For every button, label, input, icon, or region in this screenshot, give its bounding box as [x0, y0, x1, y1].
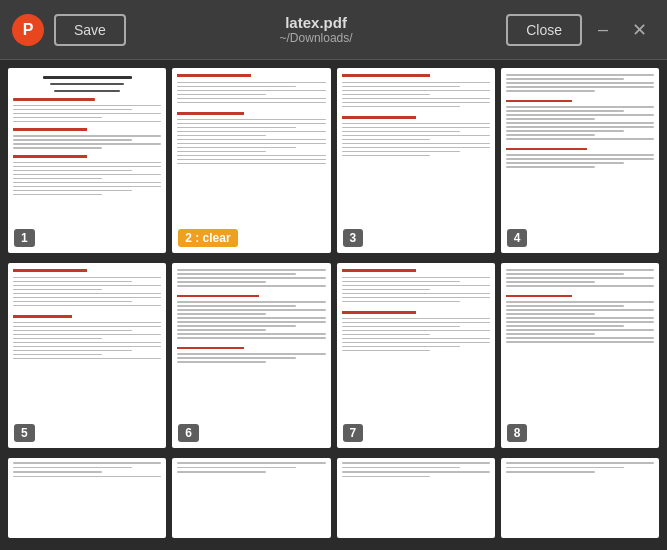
- pages-grid: 1 2 : clear: [0, 60, 667, 550]
- page-thumb[interactable]: 5: [8, 263, 166, 448]
- titlebar-right: Close – ✕: [506, 14, 655, 46]
- page-thumb[interactable]: 7: [337, 263, 495, 448]
- page-thumb[interactable]: 1: [8, 68, 166, 253]
- minimize-button[interactable]: –: [590, 15, 616, 44]
- app-logo: P: [12, 14, 44, 46]
- page-thumb[interactable]: 4: [501, 68, 659, 253]
- xclose-button[interactable]: ✕: [624, 15, 655, 45]
- page-thumb[interactable]: [8, 458, 166, 538]
- titlebar-center: latex.pdf ~/Downloads/: [280, 14, 353, 45]
- page-thumb[interactable]: 6: [172, 263, 330, 448]
- page-badge: 1: [14, 229, 35, 247]
- close-button[interactable]: Close: [506, 14, 582, 46]
- titlebar: P Save latex.pdf ~/Downloads/ Close – ✕: [0, 0, 667, 60]
- filename-label: latex.pdf: [280, 14, 353, 31]
- page-thumb[interactable]: [337, 458, 495, 538]
- page-thumb[interactable]: 8: [501, 263, 659, 448]
- page-badge: 5: [14, 424, 35, 442]
- page-thumb[interactable]: 3: [337, 68, 495, 253]
- page-badge: 8: [507, 424, 528, 442]
- page-thumb[interactable]: [501, 458, 659, 538]
- filepath-label: ~/Downloads/: [280, 31, 353, 45]
- page-badge: 2 : clear: [178, 229, 237, 247]
- page-badge: 7: [343, 424, 364, 442]
- page-thumb[interactable]: [172, 458, 330, 538]
- titlebar-left: P Save: [12, 14, 126, 46]
- save-button[interactable]: Save: [54, 14, 126, 46]
- page-badge: 4: [507, 229, 528, 247]
- page-badge: 6: [178, 424, 199, 442]
- page-badge: 3: [343, 229, 364, 247]
- page-thumb[interactable]: 2 : clear: [172, 68, 330, 253]
